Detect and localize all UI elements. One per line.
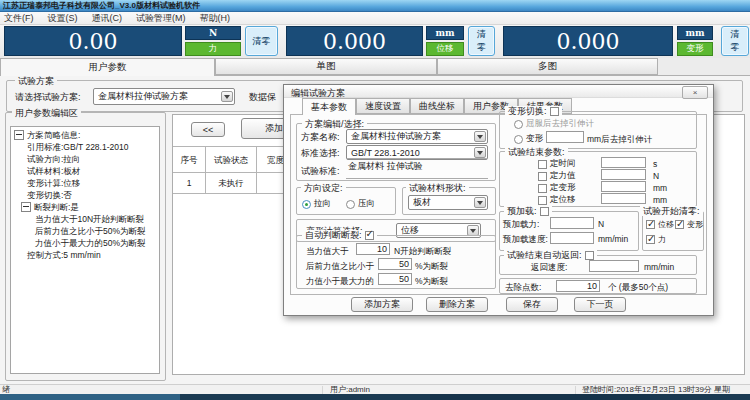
tab-multi-graph[interactable]: 多图 (437, 58, 658, 75)
radio-pull[interactable]: 拉向 (302, 198, 331, 210)
tree-item-direction[interactable]: 试验方向:拉向 (11, 153, 159, 165)
menu-help[interactable]: 帮助(H) (200, 12, 231, 25)
force-zero-button[interactable]: 清零 (245, 26, 278, 56)
return-speed-input[interactable] (589, 260, 639, 272)
displacement-unit: mm (426, 26, 464, 40)
collapse-icon[interactable] (21, 202, 31, 212)
end-force-unit: N (653, 171, 659, 181)
end-force-check[interactable]: 定力值 (538, 170, 576, 182)
tree-item-break-rule3[interactable]: 力值小于最大力的50%为断裂 (11, 237, 159, 249)
shape-title: 试验材料形状: (406, 183, 469, 193)
auto-return-checkbox[interactable] (585, 251, 594, 260)
collapse-icon[interactable] (14, 130, 24, 140)
displacement-zero-button[interactable]: 清零 (468, 26, 495, 56)
tab-single-graph[interactable]: 单图 (215, 58, 437, 75)
window-titlebar: 江苏正瑞泰邦电子科技有限公司_V3.0版材料试验机软件 (0, 0, 750, 12)
return-speed-unit: mm/min (644, 262, 674, 272)
tree-item-control-mode[interactable]: 控制方式:5 mm/min (11, 249, 159, 261)
break-force-input[interactable]: 10 (356, 243, 390, 255)
deformation-readout: 0.000 (503, 26, 673, 56)
user-param-edit-title: 用户参数编辑区 (12, 108, 81, 118)
break-max-input[interactable]: 50 (378, 273, 412, 285)
dropdown-arrow-icon[interactable] (474, 147, 486, 158)
dialog-tab-basic[interactable]: 基本参数 (302, 98, 356, 115)
remove-points-input[interactable]: 10 (556, 280, 600, 292)
tree-item-break-rule2[interactable]: 后前力值之比小于50%为断裂 (11, 225, 159, 237)
tree-item-deform-switch[interactable]: 变形切换:否 (11, 189, 159, 201)
dropdown-arrow-icon[interactable] (474, 197, 486, 208)
tree-item-standard[interactable]: 引用标准:GB/T 228.1-2010 (11, 141, 159, 153)
end-force-input[interactable] (601, 169, 646, 180)
tree-item-material[interactable]: 试样材料:板材 (11, 165, 159, 177)
direction-title: 方向设定: (301, 183, 346, 193)
deformation-zero-button[interactable]: 清零 (721, 26, 749, 56)
force-label: 力 (185, 42, 241, 56)
deformation-unit-block: mm 变形 (677, 26, 713, 56)
add-scheme-button[interactable]: 添加方案 (351, 297, 413, 312)
checkbox-icon (646, 220, 655, 229)
menu-file[interactable]: 文件(F) (4, 12, 34, 25)
dialog-tab-speed[interactable]: 速度设置 (356, 98, 410, 114)
scheme-name-label: 方案名称: (301, 132, 340, 142)
preload-checkbox[interactable] (540, 207, 549, 216)
end-time-unit: s (653, 159, 657, 169)
dropdown-arrow-icon[interactable] (221, 91, 233, 102)
menu-test-manage[interactable]: 试验管理(M) (136, 12, 186, 25)
deform-switch-checkbox[interactable] (550, 107, 559, 116)
checkbox-icon (538, 184, 547, 193)
start-zero-deform[interactable]: 变形 (675, 219, 703, 230)
dropdown-arrow-icon[interactable] (474, 131, 486, 142)
start-zero-disp[interactable]: 位移 (646, 219, 674, 230)
scheme-select[interactable]: 金属材料拉伸试验方案 (93, 88, 235, 105)
scheme-name-select[interactable]: 金属材料拉伸试验方案 (346, 129, 488, 144)
collapse-button[interactable]: << (191, 122, 225, 137)
menu-comm[interactable]: 通讯(C) (92, 12, 123, 25)
delete-scheme-button[interactable]: 删除方案 (426, 297, 488, 312)
radio-deform-remove[interactable]: 变形 (514, 133, 543, 145)
standard-select-label: 标准选择: (301, 148, 340, 158)
scheme-summary-tree[interactable]: 方案简略信息: 引用标准:GB/T 228.1-2010 试验方向:拉向 试样材… (10, 126, 160, 374)
dialog-tab-curve[interactable]: 曲线坐标 (410, 98, 464, 114)
tree-node-break[interactable]: 断裂判断:是 (11, 201, 159, 213)
deform-remove-input[interactable] (546, 131, 584, 143)
force-unit-block: N 力 (185, 26, 241, 56)
deform-remove-suffix: mm后去掉引伸计 (587, 134, 652, 144)
next-page-button[interactable]: 下一页 (574, 297, 626, 312)
tab-user-params[interactable]: 用户参数 (0, 58, 215, 76)
end-time-input[interactable] (601, 157, 646, 168)
auto-break-checkbox[interactable] (365, 231, 374, 240)
break-rule2-pre: 后前力值之比小于 (306, 261, 374, 271)
save-button[interactable]: 保存 (506, 297, 558, 312)
radio-press[interactable]: 压向 (346, 198, 375, 210)
tree-node-root[interactable]: 方案简略信息: (11, 127, 159, 141)
end-deform-input[interactable] (601, 181, 646, 192)
menu-settings[interactable]: 设置(S) (48, 12, 78, 25)
status-bar: 绪 用户:admin 登陆时间:2018年12月23日 13时39分 星期 (0, 384, 750, 394)
end-time-check[interactable]: 定时间 (538, 158, 576, 170)
force-unit: N (185, 26, 241, 40)
end-disp-unit: mm (653, 195, 667, 205)
preload-force-input[interactable] (550, 217, 594, 229)
scheme-select-value: 金属材料拉伸试验方案 (98, 90, 188, 103)
break-rule3-post: %为断裂 (415, 276, 448, 286)
break-ratio-input[interactable]: 50 (378, 258, 412, 270)
tree-item-break-rule1[interactable]: 当力值大于10N开始判断断裂 (11, 213, 159, 225)
preload-speed-input[interactable] (550, 232, 594, 244)
taskbar-segment (650, 394, 750, 400)
displacement-label: 位移 (426, 42, 464, 56)
end-deform-check[interactable]: 定变形 (538, 182, 576, 194)
main-tab-bar: 用户参数 单图 多图 (0, 58, 750, 76)
radio-icon (346, 200, 355, 209)
radio-icon (514, 120, 523, 129)
tree-item-deform-calc[interactable]: 变形计算:位移 (11, 177, 159, 189)
table-row-cell-status[interactable]: 未执行 (206, 173, 257, 194)
end-params-title: 试验结束参数: (505, 147, 568, 157)
status-ready: 绪 (2, 385, 10, 394)
dialog-close-button[interactable]: × (682, 86, 708, 99)
start-zero-force[interactable]: 力 (646, 234, 666, 245)
table-row-cell-index[interactable]: 1 (173, 173, 206, 194)
end-disp-check[interactable]: 定位移 (538, 194, 576, 206)
shape-select[interactable]: 板材 (408, 195, 488, 210)
end-disp-input[interactable] (601, 193, 646, 204)
radio-yield-remove[interactable]: 屈服后去掉引伸计 (514, 118, 594, 130)
